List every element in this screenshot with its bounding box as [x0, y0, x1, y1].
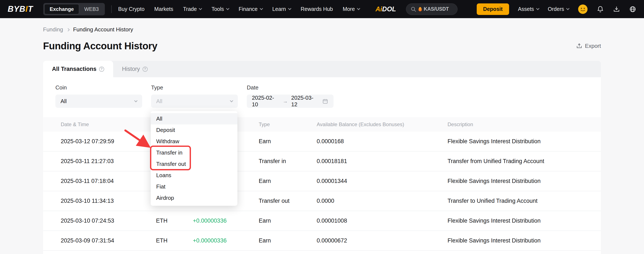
- deposit-button[interactable]: Deposit: [477, 4, 509, 15]
- title-row: Funding Account History Export: [43, 40, 601, 52]
- chevron-down-icon: [357, 7, 360, 10]
- breadcrumb: Funding Funding Account History: [43, 26, 133, 33]
- table-row[interactable]: 2025-03-11 07:18:04 Earn 0.00001344 Flex…: [43, 171, 601, 191]
- cell-description: Transfer to Unified Trading Account: [448, 198, 588, 204]
- export-label: Export: [585, 43, 601, 49]
- table-row[interactable]: 2025-03-11 21:27:03 Transfer in 0.000181…: [43, 152, 601, 171]
- table-row[interactable]: 2025-03-09 07:31:54 ETH +0.00000336 Earn…: [43, 231, 601, 251]
- search-box[interactable]: KAS/USDT: [406, 4, 458, 15]
- cell-amount: +0.00000336: [193, 237, 259, 244]
- table-body: 2025-03-12 07:29:59 Earn 0.0000168 Flexi…: [43, 132, 601, 251]
- orders-menu[interactable]: Orders: [548, 6, 569, 12]
- nav-menu-item[interactable]: Finance: [239, 6, 262, 12]
- page: BYBIT Exchange WEB3 Buy Crypto Markets T…: [0, 0, 644, 254]
- cell-datetime: 2025-03-11 21:27:03: [61, 158, 156, 165]
- type-option[interactable]: Deposit: [151, 124, 238, 136]
- nav-menu-item[interactable]: Buy Crypto: [118, 6, 144, 12]
- cell-balance: 0.0000: [317, 198, 448, 204]
- column-header: Date & Time: [61, 121, 156, 128]
- cell-description: Flexible Savings Interest Distribution: [448, 178, 588, 184]
- notifications-button[interactable]: [597, 6, 604, 13]
- tab-label: History: [122, 66, 140, 72]
- type-option[interactable]: Transfer in: [151, 147, 238, 158]
- type-option[interactable]: Transfer out: [151, 158, 238, 170]
- flame-icon: [418, 7, 422, 11]
- nav-menu-label: Buy Crypto: [118, 6, 144, 12]
- nav-menu-item[interactable]: Tools: [212, 6, 229, 12]
- type-option[interactable]: All: [151, 113, 238, 124]
- cell-balance: 0.00001344: [317, 178, 448, 184]
- cell-datetime: 2025-03-09 07:31:54: [61, 237, 156, 244]
- cell-balance: 0.00000672: [317, 237, 448, 244]
- assets-label: Assets: [518, 6, 534, 12]
- download-app-button[interactable]: [613, 6, 620, 13]
- type-option[interactable]: Loans: [151, 170, 238, 181]
- logo-text: T: [28, 5, 33, 14]
- table-row[interactable]: 2025-03-12 07:29:59 Earn 0.0000168 Flexi…: [43, 132, 601, 152]
- calendar-icon[interactable]: [322, 98, 328, 104]
- coin-filter: Coin All: [56, 84, 142, 108]
- transactions-card: All Transactions ? History ? Coin All Ty…: [43, 61, 601, 254]
- avatar-icon: [578, 4, 588, 14]
- tab-all-transactions[interactable]: All Transactions ?: [43, 61, 113, 77]
- cell-description: Flexible Savings Interest Distribution: [448, 217, 588, 224]
- nav-menu-item[interactable]: More: [343, 6, 360, 12]
- language-button[interactable]: [629, 6, 636, 13]
- info-icon[interactable]: ?: [99, 67, 104, 72]
- chevron-down-icon: [134, 99, 138, 102]
- chevron-down-icon: [226, 7, 229, 10]
- divider: [111, 5, 112, 13]
- type-option[interactable]: Withdraw: [151, 136, 238, 147]
- date-from[interactable]: 2025-02-10: [252, 94, 280, 108]
- cell-coin: ETH: [156, 217, 193, 224]
- type-option[interactable]: Airdrop: [151, 192, 238, 204]
- cell-balance: 0.00018181: [317, 158, 448, 165]
- chevron-down-icon: [230, 99, 233, 102]
- cell-balance: 0.00001008: [317, 217, 448, 224]
- nav-menu-item[interactable]: Rewards Hub: [301, 6, 333, 12]
- range-arrow-icon: →: [283, 98, 288, 104]
- assets-menu[interactable]: Assets: [518, 6, 539, 12]
- chevron-down-icon: [260, 7, 263, 10]
- toggle-exchange[interactable]: Exchange: [44, 4, 79, 14]
- nav-menu-label: Trade: [183, 6, 197, 12]
- export-icon: [576, 43, 582, 49]
- filters: Coin All Type All Date 2025-02-10 → 202: [43, 77, 601, 108]
- table-row[interactable]: 2025-03-10 07:24:53 ETH +0.00000336 Earn…: [43, 211, 601, 231]
- table-row[interactable]: 2025-03-10 11:34:13 Transfer out 0.0000 …: [43, 191, 601, 211]
- info-icon[interactable]: ?: [142, 67, 148, 72]
- nav-menu-label: Rewards Hub: [301, 6, 333, 12]
- nav-menu-item[interactable]: Trade: [183, 6, 202, 12]
- chevron-down-icon: [199, 7, 202, 10]
- coin-filter-label: Coin: [56, 84, 142, 91]
- nav-menu-label: More: [343, 6, 355, 12]
- cell-balance: 0.0000168: [317, 138, 448, 145]
- chevron-down-icon: [536, 7, 539, 10]
- export-button[interactable]: Export: [576, 43, 601, 49]
- aidol-logo[interactable]: AiDOL: [376, 5, 396, 13]
- date-range-picker[interactable]: 2025-02-10 → 2025-03-12: [247, 94, 334, 108]
- orders-label: Orders: [548, 6, 564, 12]
- type-select[interactable]: All: [151, 94, 238, 108]
- breadcrumb-funding[interactable]: Funding: [43, 26, 63, 33]
- nav-menu-item[interactable]: Markets: [154, 6, 173, 12]
- chevron-down-icon: [566, 7, 570, 10]
- type-option[interactable]: Fiat: [151, 181, 238, 192]
- toggle-web3[interactable]: WEB3: [79, 4, 104, 14]
- nav-menu-label: Markets: [154, 6, 173, 12]
- coin-select[interactable]: All: [56, 94, 142, 108]
- profile-avatar[interactable]: [578, 4, 588, 14]
- column-header: Available Balance (Excludes Bonuses): [317, 121, 448, 128]
- cell-description: Flexible Savings Interest Distribution: [448, 237, 588, 244]
- search-hot-pair[interactable]: KAS/USDT: [424, 6, 449, 12]
- aidol-accent: Ai: [376, 5, 382, 13]
- coin-select-value: All: [60, 98, 67, 105]
- nav-menu-item[interactable]: Learn: [272, 6, 291, 12]
- cell-datetime: 2025-03-10 11:34:13: [61, 198, 156, 204]
- bybit-logo[interactable]: BYBIT: [8, 5, 33, 14]
- date-to[interactable]: 2025-03-12: [291, 94, 319, 108]
- cell-type: Earn: [259, 217, 317, 224]
- type-select-value: All: [156, 98, 162, 105]
- tab-history[interactable]: History ?: [113, 61, 157, 77]
- top-navigation: BYBIT Exchange WEB3 Buy Crypto Markets T…: [0, 0, 644, 18]
